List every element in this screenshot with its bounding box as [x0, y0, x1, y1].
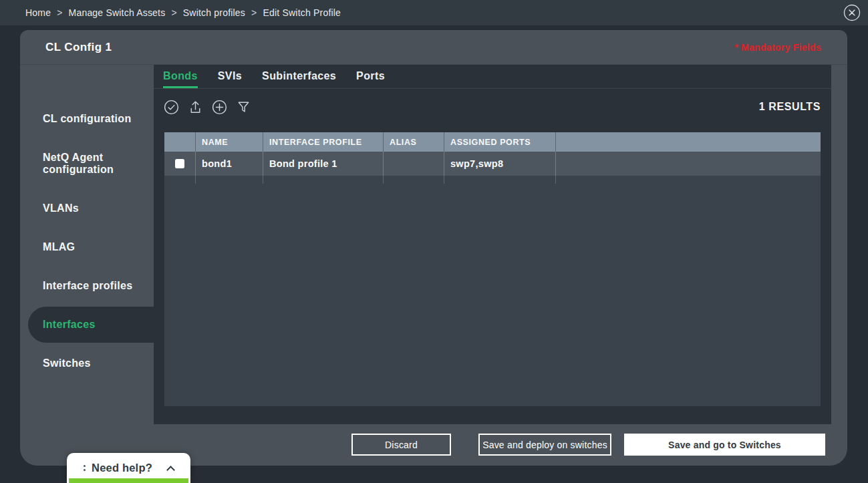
- breadcrumb-separator: >: [171, 7, 176, 18]
- save-and-go-to-switches-button[interactable]: Save and go to Switches: [624, 434, 825, 456]
- column-separator-ticks: [164, 176, 821, 184]
- profile-title: CL Config 1: [45, 30, 112, 65]
- cell-alias: [383, 152, 444, 176]
- edit-switch-profile-dialog: CL Config 1 * Mandatory Fields CL config…: [20, 30, 847, 466]
- table-header-row: NAME INTERFACE PROFILE ALIAS ASSIGNED PO…: [164, 132, 821, 152]
- drag-handle-icon: [84, 465, 86, 471]
- sidebar-item-cl-configuration[interactable]: CL configuration: [20, 100, 154, 138]
- tab-ports[interactable]: Ports: [356, 65, 385, 88]
- close-icon[interactable]: [843, 4, 861, 21]
- tab-subinterfaces[interactable]: Subinterfaces: [262, 65, 336, 88]
- breadcrumb-separator: >: [57, 7, 62, 18]
- header-empty-column: [555, 132, 821, 152]
- help-widget-accent-bar: [69, 478, 188, 483]
- need-help-widget[interactable]: Need help?: [67, 453, 190, 483]
- sidebar-item-interfaces[interactable]: Interfaces: [28, 307, 154, 343]
- header-alias: ALIAS: [383, 132, 444, 152]
- sidebar-item-vlans[interactable]: VLANs: [20, 190, 154, 227]
- cell-name: bond1: [195, 152, 263, 176]
- header-interface-profile: INTERFACE PROFILE: [263, 132, 383, 152]
- cell-assigned-ports: swp7,swp8: [444, 152, 555, 176]
- top-bar: Home > Manage Switch Assets > Switch pro…: [0, 0, 868, 25]
- upload-icon[interactable]: [188, 100, 203, 115]
- save-and-deploy-button[interactable]: Save and deploy on switches: [478, 434, 611, 456]
- breadcrumb-switch-profiles[interactable]: Switch profiles: [183, 7, 245, 18]
- sidebar-item-mlag[interactable]: MLAG: [20, 228, 154, 266]
- discard-button[interactable]: Discard: [351, 434, 451, 456]
- select-all-icon[interactable]: [164, 100, 179, 115]
- interfaces-panel: Bonds SVIs Subinterfaces Ports: [154, 65, 831, 424]
- tab-bonds[interactable]: Bonds: [163, 65, 198, 88]
- header-checkbox-column: [164, 132, 195, 152]
- need-help-label: Need help?: [92, 462, 152, 474]
- breadcrumb-manage-switch-assets[interactable]: Manage Switch Assets: [69, 7, 166, 18]
- table-toolbar: [164, 100, 251, 115]
- sidebar-item-switches[interactable]: Switches: [20, 345, 154, 382]
- cell-interface-profile: Bond profile 1: [263, 152, 383, 176]
- filter-icon[interactable]: [236, 100, 251, 115]
- add-icon[interactable]: [212, 100, 227, 115]
- table-row[interactable]: bond1 Bond profile 1 swp7,swp8: [164, 152, 821, 176]
- tab-svis[interactable]: SVIs: [218, 65, 242, 88]
- row-checkbox-cell: [164, 152, 195, 176]
- sidebar-item-interface-profiles[interactable]: Interface profiles: [20, 267, 154, 305]
- mandatory-fields-note: * Mandatory Fields: [734, 30, 821, 65]
- chevron-up-icon: [166, 466, 175, 474]
- sidebar-item-netq-agent-configuration[interactable]: NetQ Agent configuration: [20, 145, 154, 182]
- dialog-header: CL Config 1 * Mandatory Fields: [20, 30, 847, 65]
- header-assigned-ports: ASSIGNED PORTS: [444, 132, 555, 152]
- header-name: NAME: [195, 132, 263, 152]
- interface-tabs: Bonds SVIs Subinterfaces Ports: [154, 65, 831, 89]
- breadcrumb-separator: >: [251, 7, 257, 18]
- results-count: 1 RESULTS: [759, 101, 821, 113]
- bonds-table: NAME INTERFACE PROFILE ALIAS ASSIGNED PO…: [164, 132, 821, 406]
- row-checkbox[interactable]: [175, 159, 184, 168]
- breadcrumb-edit-switch-profile: Edit Switch Profile: [263, 7, 341, 18]
- breadcrumb-home[interactable]: Home: [25, 7, 51, 18]
- breadcrumb: Home > Manage Switch Assets > Switch pro…: [25, 7, 341, 18]
- cell-empty: [555, 152, 821, 176]
